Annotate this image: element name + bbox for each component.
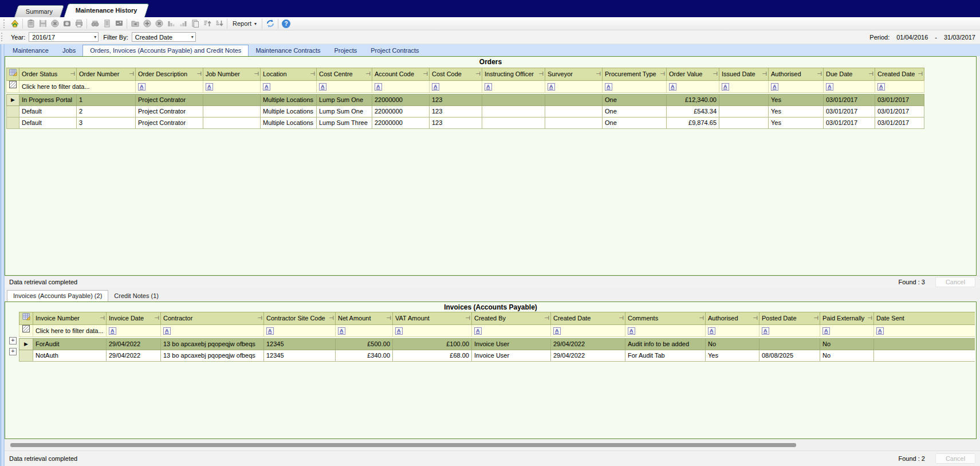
column-pin-icon[interactable]: ⊣ [544,312,549,323]
expand-icon[interactable]: + [9,348,17,355]
column-pin-icon[interactable]: ⊣ [475,68,481,79]
column-header-created-date[interactable]: Created Date⊣ [875,68,924,81]
column-header-due-date[interactable]: Due Date⊣ [824,68,875,81]
filter-a-icon[interactable]: A [395,327,403,335]
cancel-button[interactable]: Cancel [935,453,975,464]
column-pin-icon[interactable]: ⊣ [660,68,665,79]
filter-a-icon[interactable]: A [553,327,561,335]
column-pin-icon[interactable]: ⊣ [257,312,262,323]
column-pin-icon[interactable]: ⊣ [762,68,767,79]
filter-a-icon[interactable]: A [548,83,555,91]
column-header-surveyor[interactable]: Surveyor⊣ [545,68,603,81]
remove-circle-icon[interactable] [153,18,165,29]
filter-cell[interactable]: A [203,81,261,93]
column-header-contractor[interactable]: Contractor⊣ [161,312,264,325]
column-header-cost-code[interactable]: Cost Code⊣ [430,68,482,81]
filter-cell[interactable]: A [317,81,372,93]
filterby-select[interactable]: Created Date ▾ [132,32,196,42]
column-pin-icon[interactable]: ⊣ [813,312,818,323]
filter-cell[interactable]: A [706,325,759,337]
column-pin-icon[interactable]: ⊣ [386,312,391,323]
filter-cell[interactable]: A [875,81,924,93]
column-pin-icon[interactable]: ⊣ [329,312,334,323]
table-row[interactable]: Default3Project ContratorMultiple Locati… [7,118,924,129]
column-header-issued-date[interactable]: Issued Date⊣ [719,68,769,81]
column-pin-icon[interactable]: ⊣ [423,68,428,79]
filter-cell[interactable]: A [820,325,874,337]
column-header-authorised[interactable]: Authorised⊣ [769,68,824,81]
column-header-created-date[interactable]: Created Date⊣ [551,312,625,325]
column-pin-icon[interactable]: ⊣ [310,68,315,79]
column-pin-icon[interactable]: ⊣ [753,312,758,323]
filter-cell[interactable]: A [667,81,719,93]
column-pin-icon[interactable]: ⊣ [699,312,704,323]
column-header-location[interactable]: Location⊣ [261,68,317,81]
filter-a-icon[interactable]: A [605,83,612,91]
column-header-job-number[interactable]: Job Number⊣ [203,68,261,81]
monitor-icon[interactable] [113,18,125,29]
folder-forward-icon[interactable] [129,18,141,29]
filter-a-icon[interactable]: A [877,83,885,91]
toolbar-grip[interactable] [3,19,6,28]
subtab-maintenance-contracts[interactable]: Maintenance Contracts [249,45,327,56]
year-select[interactable]: 2016/17 ▾ [29,32,99,42]
add-circle-icon[interactable] [141,18,153,29]
filter-cell[interactable]: A [769,81,824,93]
column-header-comments[interactable]: Comments⊣ [625,312,706,325]
column-pin-icon[interactable]: ⊣ [918,68,923,79]
filter-cell[interactable]: A [759,325,820,337]
column-pin-icon[interactable]: ⊣ [465,312,470,323]
print-icon[interactable] [73,18,85,29]
column-header-procurement-type[interactable]: Procurement Type⊣ [603,68,667,81]
sort-ascending-icon[interactable] [201,18,213,29]
filter-a-icon[interactable]: A [822,327,830,335]
column-header-paid-externally[interactable]: Paid Externally⊣ [820,312,874,325]
filter-a-icon[interactable]: A [432,83,439,91]
save-icon[interactable] [37,18,49,29]
column-pin-icon[interactable]: ⊣ [817,68,822,79]
chart-ascending-icon[interactable] [177,18,189,29]
filter-a-icon[interactable]: A [876,327,884,335]
filter-cell[interactable]: A [824,81,875,93]
subtab-maintenance[interactable]: Maintenance [6,45,56,56]
filter-a-icon[interactable]: A [266,327,274,335]
column-pin-icon[interactable]: ⊣ [154,312,159,323]
column-pin-icon[interactable]: ⊣ [713,68,718,79]
column-pin-icon[interactable]: ⊣ [196,68,202,79]
filter-row-icon[interactable] [7,81,19,93]
column-header-vat-amount[interactable]: VAT Amount⊣ [393,312,472,325]
paste-icon[interactable] [25,18,37,29]
filter-cell[interactable]: A [430,81,482,93]
subtab-orders-invoices-accounts-payable-and-credit-notes[interactable]: Orders, Invoices (Accounts Payable) and … [82,45,249,56]
tab-summary[interactable]: Summary [14,5,65,17]
filter-a-icon[interactable]: A [669,83,676,91]
column-pin-icon[interactable]: ⊣ [129,68,134,79]
cancel-circle-icon[interactable] [49,18,61,29]
copy-document-icon[interactable] [189,18,201,29]
cancel-button[interactable]: Cancel [935,277,975,287]
column-header-net-amount[interactable]: Net Amount⊣ [336,312,393,325]
column-header-authorised[interactable]: Authorised⊣ [706,312,759,325]
subtab-project-contracts[interactable]: Project Contracts [364,45,426,56]
column-header-cost-centre[interactable]: Cost Centre⊣ [317,68,372,81]
chart-descending-icon[interactable] [165,18,177,29]
notes-icon[interactable] [101,18,113,29]
column-header-order-status[interactable]: Order Status⊣ [19,68,77,81]
filter-a-icon[interactable]: A [163,327,171,335]
filter-cell[interactable]: A [393,325,472,337]
filter-a-icon[interactable]: A [138,83,145,91]
table-row[interactable]: Default2Project ContratorMultiple Locati… [7,106,924,118]
filter-cell[interactable]: A [482,81,545,93]
filter-a-icon[interactable]: A [485,83,492,91]
filter-cell[interactable]: A [603,81,667,93]
column-pin-icon[interactable]: ⊣ [365,68,371,79]
filter-a-icon[interactable]: A [722,83,729,91]
column-pin-icon[interactable]: ⊣ [100,312,105,323]
filter-cell[interactable]: A [551,325,625,337]
report-button[interactable]: Report ▾ [229,18,260,29]
filter-a-icon[interactable]: A [338,327,345,335]
column-pin-icon[interactable]: ⊣ [70,68,75,79]
filter-a-icon[interactable]: A [708,327,715,335]
column-header-order-number[interactable]: Order Number⊣ [77,68,136,81]
refresh-icon[interactable] [264,18,276,29]
